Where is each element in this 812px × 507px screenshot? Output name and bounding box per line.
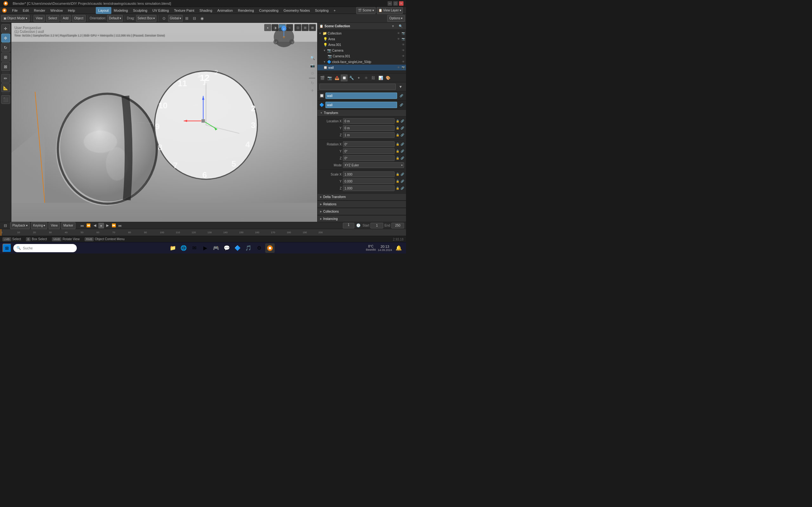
taskbar-spotify[interactable]: 🎵 — [244, 243, 253, 253]
taskbar-clock[interactable]: 20:13 14.09.2024 — [378, 245, 392, 251]
loc-z-value[interactable]: 1 m — [343, 132, 395, 138]
props-search-input[interactable] — [319, 83, 396, 90]
area-render-icon[interactable]: 📷 — [401, 37, 405, 41]
rotate-tool[interactable]: ↻ — [1, 43, 10, 52]
menu-render[interactable]: Render — [32, 7, 48, 14]
taskbar-teams[interactable]: 💬 — [222, 243, 232, 253]
taskbar-file-explorer[interactable]: 📁 — [168, 243, 177, 253]
start-frame-input[interactable]: 1 — [370, 223, 383, 228]
taskbar-media[interactable]: ▶ — [200, 243, 210, 253]
timeline-keying-menu[interactable]: Keying ▾ — [31, 222, 48, 229]
outliner-item-camera001[interactable]: 📷 Camera.001 👁 — [317, 53, 406, 59]
stop-btn[interactable]: ● — [98, 223, 104, 228]
object-menu[interactable]: Object — [72, 15, 86, 22]
jump-end-btn[interactable]: ⏭ — [117, 223, 123, 228]
scale-y-link-icon[interactable]: 🔗 — [401, 180, 404, 183]
collection-eye-icon[interactable]: 👁 — [396, 31, 401, 36]
prop-tab-data[interactable]: 📊 — [377, 74, 384, 81]
menu-window[interactable]: Window — [48, 7, 65, 14]
viewport-gizmo-btn[interactable]: ⊞ — [302, 24, 309, 31]
prop-tab-material[interactable]: 🎨 — [385, 74, 392, 81]
prop-tab-modifier[interactable]: 🔧 — [348, 74, 355, 81]
step-fwd-btn[interactable]: ⏩ — [111, 223, 117, 228]
focus-btn[interactable]: ⊙ — [309, 70, 316, 77]
rot-z-link-icon[interactable]: 🔗 — [401, 157, 404, 160]
rot-y-value[interactable]: 0° — [343, 148, 395, 154]
prop-tab-scene[interactable]: 🎬 — [319, 74, 326, 81]
menu-modeling[interactable]: Modeling — [111, 7, 131, 14]
taskbar-mail[interactable]: ✉ — [190, 243, 199, 253]
view-menu[interactable]: View — [34, 15, 45, 22]
close-button[interactable]: ✕ — [399, 1, 403, 6]
jump-start-btn[interactable]: ⏮ — [79, 223, 85, 228]
transform-dropdown[interactable]: Global ▾ — [168, 15, 183, 22]
outliner-item-clockface[interactable]: ▼ 🔷 clock-face_singleLine_50dp 👁 — [317, 59, 406, 65]
loc-z-lock-icon[interactable]: 🔒 — [396, 133, 399, 136]
scale-x-link-icon[interactable]: 🔗 — [401, 173, 404, 176]
rot-x-value[interactable]: 0° — [343, 141, 395, 147]
zoom-in-btn[interactable]: 🔍 — [309, 55, 316, 61]
outliner-item-area001[interactable]: 💡 Area.001 👁 — [317, 42, 406, 48]
props-filter-btn[interactable]: ▼ — [397, 83, 404, 90]
scale-z-value[interactable]: 1.000 — [343, 185, 395, 191]
blender-menu-icon[interactable] — [1, 7, 8, 14]
minimize-button[interactable]: ─ — [388, 1, 392, 6]
scale-x-value[interactable]: 1.000 — [343, 171, 395, 177]
options-btn[interactable]: Options ▾ — [387, 15, 405, 22]
rot-y-lock-icon[interactable]: 🔒 — [396, 150, 399, 153]
obj-name-link-btn[interactable]: 🔗 — [398, 93, 404, 99]
orbit-btn[interactable]: ↻ — [309, 79, 316, 87]
taskbar-search-box[interactable]: 🔍 — [13, 244, 77, 252]
proportional-editing-btn[interactable]: ⊙ — [160, 15, 167, 22]
rot-y-link-icon[interactable]: 🔗 — [401, 150, 404, 153]
taskbar-settings[interactable]: ⚙ — [254, 243, 264, 253]
rot-mode-value[interactable]: XYZ Euler ▾ — [343, 162, 404, 168]
viewport-xray-btn[interactable]: ⊠ — [309, 24, 316, 31]
taskbar-blender[interactable] — [265, 243, 275, 253]
data-name-link-btn[interactable]: 🔗 — [398, 102, 404, 108]
outliner-item-camera[interactable]: ▼ 📷 Camera 👁 — [317, 48, 406, 53]
taskbar-browser[interactable]: 🌐 — [179, 243, 189, 253]
rot-x-link-icon[interactable]: 🔗 — [401, 143, 404, 146]
area-eye-icon[interactable]: 👁 — [396, 37, 401, 41]
menu-uv-editing[interactable]: UV Editing — [150, 7, 171, 14]
outliner-filter-btn[interactable]: ▼ — [390, 23, 397, 30]
viewport-shading-solid[interactable]: ● — [264, 24, 271, 31]
collections-header[interactable]: ▶ Collections — [317, 208, 406, 215]
taskbar-games[interactable]: 🎮 — [211, 243, 221, 253]
timeline-collapse-btn[interactable]: ⊟ — [2, 222, 9, 229]
timeline-playback-menu[interactable]: Playback ▾ — [10, 222, 30, 229]
renderlayer-selector[interactable]: 📋 View Layer ▾ — [377, 7, 403, 14]
camera-view-btn[interactable]: 📷 — [309, 62, 316, 69]
obj-name-display[interactable]: wall — [325, 93, 397, 99]
menu-texture-paint[interactable]: Texture Paint — [171, 7, 197, 14]
menu-file[interactable]: File — [9, 7, 20, 14]
scale-z-link-icon[interactable]: 🔗 — [401, 187, 404, 190]
clockface-eye-icon[interactable]: 👁 — [401, 60, 405, 64]
scene-selector[interactable]: 🎬 Scene ▾ — [356, 7, 375, 14]
relations-header[interactable]: ▶ Relations — [317, 201, 406, 208]
timeline-ruler[interactable]: 1 10 20 30 40 50 60 70 80 90 100 110 120… — [0, 229, 406, 236]
end-frame-input[interactable]: 250 — [392, 223, 404, 228]
rot-x-lock-icon[interactable]: 🔒 — [396, 143, 399, 146]
rot-z-lock-icon[interactable]: 🔒 — [396, 157, 399, 160]
prop-tab-object[interactable]: 🔲 — [341, 74, 348, 81]
menu-animation[interactable]: Animation — [215, 7, 235, 14]
magnet-btn[interactable]: ⊞ — [183, 15, 190, 22]
play-back-btn[interactable]: ◀ — [92, 223, 98, 228]
loc-y-lock-icon[interactable]: 🔒 — [396, 126, 399, 130]
timeline-marker-menu[interactable]: Marker — [61, 222, 75, 229]
start-button[interactable]: ⊞ — [3, 244, 11, 252]
add-cube-tool[interactable]: ⬛ — [1, 95, 10, 104]
prop-tab-output[interactable]: 📤 — [334, 74, 340, 81]
measure-tool[interactable]: 📐 — [1, 83, 10, 92]
fly-btn[interactable]: ✈ — [309, 87, 316, 94]
move-tool[interactable]: ✥ — [1, 34, 10, 43]
viewport-overlay-btn[interactable]: ⊡ — [294, 24, 301, 31]
loc-x-value[interactable]: 0 m — [343, 118, 395, 124]
notification-btn[interactable]: 🔔 — [394, 243, 403, 253]
prop-tab-physics[interactable]: ⚛ — [362, 74, 369, 81]
viewport[interactable]: 12 1 2 3 4 5 6 7 8 9 10 11 1 2 — [11, 23, 317, 222]
menu-layout[interactable]: Layout — [96, 7, 111, 14]
loc-z-link-icon[interactable]: 🔗 — [401, 133, 404, 136]
